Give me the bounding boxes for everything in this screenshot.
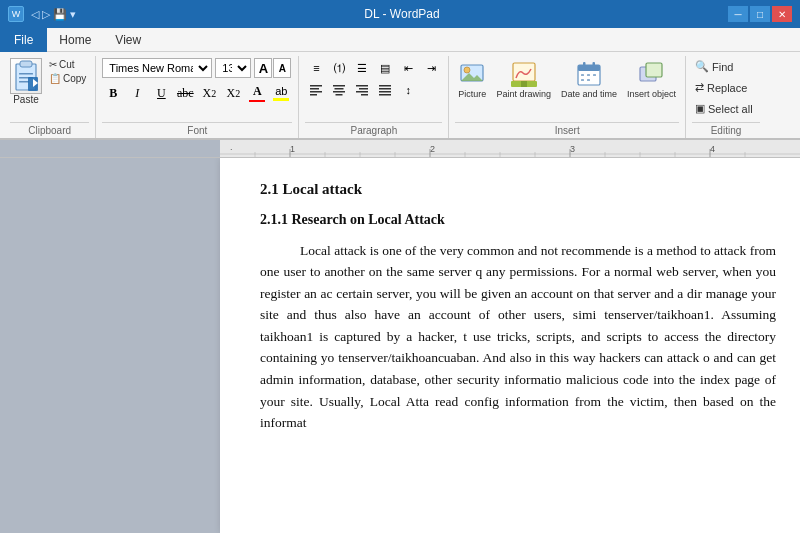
svg-rect-34 bbox=[587, 74, 590, 76]
svg-rect-21 bbox=[379, 91, 391, 93]
svg-rect-4 bbox=[19, 81, 29, 83]
minimize-button[interactable]: ─ bbox=[728, 6, 748, 22]
font-family-row: Times New Roman 13 A A bbox=[102, 58, 291, 78]
justify-button[interactable] bbox=[374, 80, 396, 100]
document-area: 2.1 Local attack 2.1.1 Research on Local… bbox=[0, 158, 800, 533]
ruler: · 1 2 3 4 bbox=[0, 140, 800, 158]
paint-drawing-button[interactable]: Paint drawing bbox=[493, 58, 554, 101]
svg-rect-20 bbox=[379, 88, 391, 90]
svg-rect-37 bbox=[587, 79, 590, 81]
numbered-list-button[interactable]: ⑴ bbox=[328, 58, 350, 78]
list-style-button[interactable]: ▤ bbox=[374, 58, 396, 78]
document-content: 2.1 Local attack 2.1.1 Research on Local… bbox=[260, 178, 776, 434]
heading-research-local-attack: 2.1.1 Research on Local Attack bbox=[260, 209, 776, 230]
bullets-button[interactable]: ≡ bbox=[305, 58, 327, 78]
font-color-button[interactable]: A bbox=[246, 83, 268, 103]
font-size-decrease-button[interactable]: A bbox=[273, 58, 291, 78]
svg-rect-11 bbox=[333, 85, 345, 87]
align-left-button[interactable] bbox=[305, 80, 327, 100]
svg-text:1: 1 bbox=[290, 144, 295, 154]
svg-rect-13 bbox=[333, 91, 345, 93]
svg-rect-15 bbox=[356, 85, 368, 87]
svg-rect-1 bbox=[20, 61, 32, 67]
replace-icon: ⇄ bbox=[695, 81, 704, 94]
quick-access-toolbar[interactable]: W ◁ ▷ 💾 ▾ bbox=[8, 6, 76, 22]
maximize-button[interactable]: □ bbox=[750, 6, 770, 22]
title-bar: W ◁ ▷ 💾 ▾ DL - WordPad ─ □ ✕ bbox=[0, 0, 800, 28]
app-icon: W bbox=[8, 6, 24, 22]
decrease-indent-button[interactable]: ⇤ bbox=[397, 58, 419, 78]
home-menu-item[interactable]: Home bbox=[47, 28, 103, 52]
paste-label: Paste bbox=[13, 94, 39, 105]
svg-rect-35 bbox=[593, 74, 596, 76]
bold-button[interactable]: B bbox=[102, 83, 124, 103]
close-button[interactable]: ✕ bbox=[772, 6, 792, 22]
customize-icon[interactable]: ▾ bbox=[70, 8, 76, 21]
strikethrough-button[interactable]: abc bbox=[174, 83, 196, 103]
italic-button[interactable]: I bbox=[126, 83, 148, 103]
svg-point-24 bbox=[464, 67, 470, 73]
cut-button[interactable]: ✂ Cut bbox=[46, 58, 89, 71]
document-page[interactable]: 2.1 Local attack 2.1.1 Research on Local… bbox=[220, 158, 800, 533]
align-center-button[interactable] bbox=[328, 80, 350, 100]
paragraph-group: ≡ ⑴ ☰ ▤ ⇤ ⇥ ↕ bbox=[299, 56, 449, 138]
window-title: DL - WordPad bbox=[82, 7, 722, 21]
svg-rect-8 bbox=[310, 88, 319, 90]
insert-label: Insert bbox=[455, 122, 679, 136]
redo-icon[interactable]: ▷ bbox=[42, 8, 50, 21]
paragraph-list-buttons: ≡ ⑴ ☰ ▤ ⇤ ⇥ bbox=[305, 58, 442, 78]
paragraph-align-buttons: ↕ bbox=[305, 80, 419, 100]
insert-object-icon bbox=[637, 60, 665, 88]
svg-rect-14 bbox=[336, 94, 343, 96]
cut-icon: ✂ bbox=[49, 59, 57, 70]
clipboard-label: Clipboard bbox=[10, 122, 89, 136]
menu-bar: File Home View bbox=[0, 28, 800, 52]
superscript-button[interactable]: X2 bbox=[222, 83, 244, 103]
window-controls[interactable]: ─ □ ✕ bbox=[728, 6, 792, 22]
svg-rect-32 bbox=[592, 62, 595, 68]
undo-icon[interactable]: ◁ bbox=[31, 8, 39, 21]
select-all-icon: ▣ bbox=[695, 102, 705, 115]
paste-icon bbox=[10, 58, 42, 94]
font-size-select[interactable]: 13 bbox=[215, 58, 251, 78]
font-family-select[interactable]: Times New Roman bbox=[102, 58, 212, 78]
increase-indent-button[interactable]: ⇥ bbox=[420, 58, 442, 78]
highlight-color-button[interactable]: ab bbox=[270, 83, 292, 103]
svg-rect-10 bbox=[310, 94, 317, 96]
font-size-buttons: A A bbox=[254, 58, 291, 78]
subscript-button[interactable]: X2 bbox=[198, 83, 220, 103]
select-all-button[interactable]: ▣ Select all bbox=[692, 100, 756, 117]
svg-text:2: 2 bbox=[430, 144, 435, 154]
underline-button[interactable]: U bbox=[150, 83, 172, 103]
svg-rect-33 bbox=[581, 74, 584, 76]
paragraph-content: ≡ ⑴ ☰ ▤ ⇤ ⇥ ↕ bbox=[305, 58, 442, 120]
svg-rect-9 bbox=[310, 91, 322, 93]
save-quick-icon[interactable]: 💾 bbox=[53, 8, 67, 21]
svg-rect-36 bbox=[581, 79, 584, 81]
svg-text:3: 3 bbox=[570, 144, 575, 154]
picture-button[interactable]: Picture bbox=[455, 58, 489, 101]
paint-drawing-label: Paint drawing bbox=[496, 89, 551, 99]
line-spacing-button[interactable]: ↕ bbox=[397, 80, 419, 100]
svg-rect-39 bbox=[646, 63, 662, 77]
font-group: Times New Roman 13 A A B I U abc X2 X2 A bbox=[96, 56, 299, 138]
align-right-button[interactable] bbox=[351, 80, 373, 100]
replace-button[interactable]: ⇄ Replace bbox=[692, 79, 750, 96]
svg-rect-18 bbox=[361, 94, 368, 96]
svg-rect-12 bbox=[335, 88, 344, 90]
copy-icon: 📋 bbox=[49, 73, 61, 84]
file-menu-button[interactable]: File bbox=[0, 28, 47, 52]
outline-list-button[interactable]: ☰ bbox=[351, 58, 373, 78]
view-menu-item[interactable]: View bbox=[103, 28, 153, 52]
date-time-label: Date and time bbox=[561, 89, 617, 99]
svg-rect-17 bbox=[356, 91, 368, 93]
svg-rect-16 bbox=[359, 88, 368, 90]
find-button[interactable]: 🔍 Find bbox=[692, 58, 736, 75]
editing-content: 🔍 Find ⇄ Replace ▣ Select all bbox=[692, 58, 756, 120]
font-size-increase-button[interactable]: A bbox=[254, 58, 272, 78]
date-and-time-button[interactable]: Date and time bbox=[558, 58, 620, 101]
copy-button[interactable]: 📋 Copy bbox=[46, 72, 89, 85]
paste-button[interactable]: Paste bbox=[10, 58, 42, 105]
insert-content: Picture Paint drawing bbox=[455, 58, 679, 120]
insert-object-button[interactable]: Insert object bbox=[624, 58, 679, 101]
